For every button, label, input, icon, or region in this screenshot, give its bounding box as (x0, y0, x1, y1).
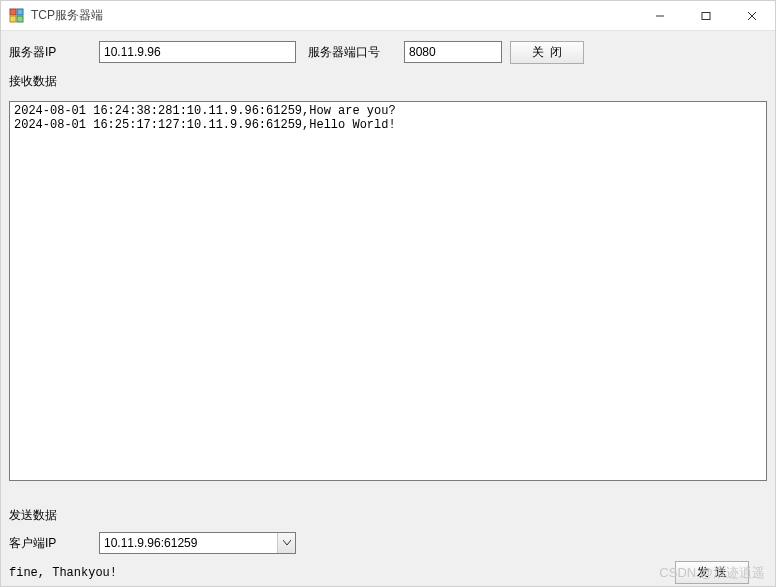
send-section-label: 发送数据 (9, 507, 767, 524)
window-title: TCP服务器端 (31, 7, 637, 24)
app-window: TCP服务器端 服务器IP 服务器端口号 关闭 接收数据 2024-08-01 … (0, 0, 776, 587)
server-port-input[interactable] (404, 41, 502, 63)
client-ip-combobox[interactable]: 10.11.9.96:61259 (99, 532, 296, 554)
close-server-button[interactable]: 关闭 (510, 41, 584, 64)
server-ip-label: 服务器IP (9, 44, 99, 61)
svg-rect-1 (17, 9, 23, 15)
server-port-label: 服务器端口号 (308, 44, 404, 61)
send-text-input[interactable]: fine, Thankyou! (9, 560, 767, 580)
svg-rect-3 (17, 16, 23, 22)
send-section: 发送数据 客户端IP 10.11.9.96:61259 fine, Thanky… (9, 499, 767, 580)
client-ip-selected-value: 10.11.9.96:61259 (100, 536, 277, 550)
app-icon (9, 8, 25, 24)
maximize-button[interactable] (683, 1, 729, 31)
client-area: 服务器IP 服务器端口号 关闭 接收数据 (1, 31, 775, 90)
titlebar[interactable]: TCP服务器端 (1, 1, 775, 31)
window-controls (637, 1, 775, 30)
send-button[interactable]: 发送 (675, 561, 749, 584)
chevron-down-icon (277, 533, 295, 553)
svg-rect-5 (702, 13, 710, 20)
recv-section-label: 接收数据 (9, 73, 767, 90)
close-window-button[interactable] (729, 1, 775, 31)
client-ip-label: 客户端IP (9, 535, 99, 552)
server-ip-input[interactable] (99, 41, 296, 63)
minimize-button[interactable] (637, 1, 683, 31)
server-config-row: 服务器IP 服务器端口号 关闭 (9, 39, 767, 65)
recv-textarea[interactable]: 2024-08-01 16:24:38:281:10.11.9.96:61259… (9, 101, 767, 481)
svg-rect-2 (10, 16, 16, 22)
svg-rect-0 (10, 9, 16, 15)
